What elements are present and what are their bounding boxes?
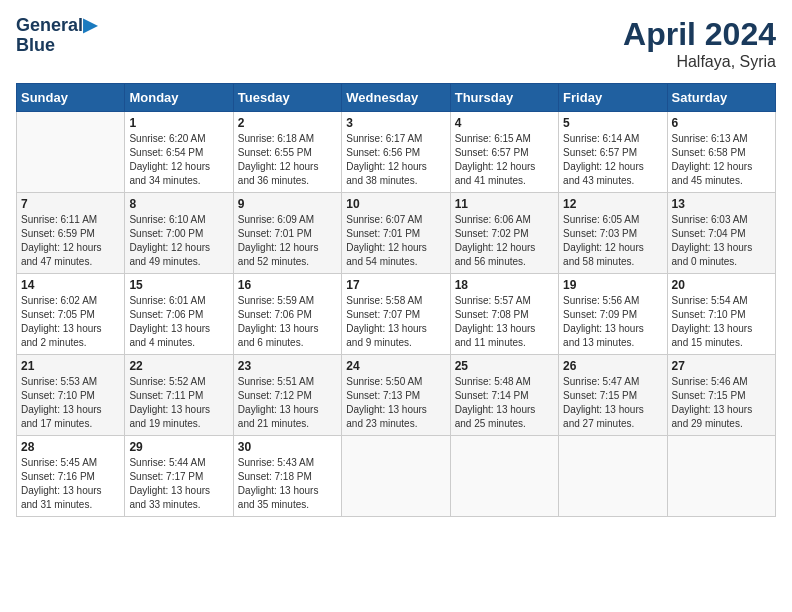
day-detail: Sunrise: 6:14 AM Sunset: 6:57 PM Dayligh… [563, 132, 662, 188]
calendar-cell: 17Sunrise: 5:58 AM Sunset: 7:07 PM Dayli… [342, 274, 450, 355]
calendar-cell: 16Sunrise: 5:59 AM Sunset: 7:06 PM Dayli… [233, 274, 341, 355]
page-header: General▶Blue April 2024 Halfaya, Syria [16, 16, 776, 71]
calendar-cell: 19Sunrise: 5:56 AM Sunset: 7:09 PM Dayli… [559, 274, 667, 355]
calendar-title: April 2024 [623, 16, 776, 53]
day-number: 25 [455, 359, 554, 373]
day-detail: Sunrise: 5:53 AM Sunset: 7:10 PM Dayligh… [21, 375, 120, 431]
day-detail: Sunrise: 6:13 AM Sunset: 6:58 PM Dayligh… [672, 132, 771, 188]
calendar-cell: 13Sunrise: 6:03 AM Sunset: 7:04 PM Dayli… [667, 193, 775, 274]
day-detail: Sunrise: 6:07 AM Sunset: 7:01 PM Dayligh… [346, 213, 445, 269]
calendar-week-row: 7Sunrise: 6:11 AM Sunset: 6:59 PM Daylig… [17, 193, 776, 274]
day-detail: Sunrise: 6:11 AM Sunset: 6:59 PM Dayligh… [21, 213, 120, 269]
day-detail: Sunrise: 5:51 AM Sunset: 7:12 PM Dayligh… [238, 375, 337, 431]
day-detail: Sunrise: 6:06 AM Sunset: 7:02 PM Dayligh… [455, 213, 554, 269]
day-detail: Sunrise: 5:58 AM Sunset: 7:07 PM Dayligh… [346, 294, 445, 350]
day-detail: Sunrise: 6:15 AM Sunset: 6:57 PM Dayligh… [455, 132, 554, 188]
calendar-week-row: 14Sunrise: 6:02 AM Sunset: 7:05 PM Dayli… [17, 274, 776, 355]
day-number: 9 [238, 197, 337, 211]
calendar-cell: 24Sunrise: 5:50 AM Sunset: 7:13 PM Dayli… [342, 355, 450, 436]
day-number: 12 [563, 197, 662, 211]
day-detail: Sunrise: 6:05 AM Sunset: 7:03 PM Dayligh… [563, 213, 662, 269]
calendar-cell: 14Sunrise: 6:02 AM Sunset: 7:05 PM Dayli… [17, 274, 125, 355]
calendar-cell: 11Sunrise: 6:06 AM Sunset: 7:02 PM Dayli… [450, 193, 558, 274]
day-header: Friday [559, 84, 667, 112]
day-number: 5 [563, 116, 662, 130]
day-detail: Sunrise: 6:10 AM Sunset: 7:00 PM Dayligh… [129, 213, 228, 269]
day-detail: Sunrise: 5:57 AM Sunset: 7:08 PM Dayligh… [455, 294, 554, 350]
day-number: 15 [129, 278, 228, 292]
day-detail: Sunrise: 6:09 AM Sunset: 7:01 PM Dayligh… [238, 213, 337, 269]
calendar-cell: 9Sunrise: 6:09 AM Sunset: 7:01 PM Daylig… [233, 193, 341, 274]
logo: General▶Blue [16, 16, 97, 56]
calendar-header-row: SundayMondayTuesdayWednesdayThursdayFrid… [17, 84, 776, 112]
calendar-cell: 28Sunrise: 5:45 AM Sunset: 7:16 PM Dayli… [17, 436, 125, 517]
day-number: 10 [346, 197, 445, 211]
calendar-week-row: 21Sunrise: 5:53 AM Sunset: 7:10 PM Dayli… [17, 355, 776, 436]
day-detail: Sunrise: 6:18 AM Sunset: 6:55 PM Dayligh… [238, 132, 337, 188]
day-detail: Sunrise: 5:45 AM Sunset: 7:16 PM Dayligh… [21, 456, 120, 512]
calendar-cell: 5Sunrise: 6:14 AM Sunset: 6:57 PM Daylig… [559, 112, 667, 193]
title-block: April 2024 Halfaya, Syria [623, 16, 776, 71]
calendar-cell: 30Sunrise: 5:43 AM Sunset: 7:18 PM Dayli… [233, 436, 341, 517]
calendar-cell: 23Sunrise: 5:51 AM Sunset: 7:12 PM Dayli… [233, 355, 341, 436]
calendar-cell: 4Sunrise: 6:15 AM Sunset: 6:57 PM Daylig… [450, 112, 558, 193]
day-number: 24 [346, 359, 445, 373]
calendar-cell: 29Sunrise: 5:44 AM Sunset: 7:17 PM Dayli… [125, 436, 233, 517]
calendar-cell: 25Sunrise: 5:48 AM Sunset: 7:14 PM Dayli… [450, 355, 558, 436]
calendar-cell: 18Sunrise: 5:57 AM Sunset: 7:08 PM Dayli… [450, 274, 558, 355]
day-detail: Sunrise: 5:48 AM Sunset: 7:14 PM Dayligh… [455, 375, 554, 431]
day-number: 1 [129, 116, 228, 130]
day-number: 8 [129, 197, 228, 211]
day-number: 11 [455, 197, 554, 211]
calendar-cell: 12Sunrise: 6:05 AM Sunset: 7:03 PM Dayli… [559, 193, 667, 274]
calendar-cell: 6Sunrise: 6:13 AM Sunset: 6:58 PM Daylig… [667, 112, 775, 193]
calendar-cell: 21Sunrise: 5:53 AM Sunset: 7:10 PM Dayli… [17, 355, 125, 436]
day-header: Thursday [450, 84, 558, 112]
day-detail: Sunrise: 5:43 AM Sunset: 7:18 PM Dayligh… [238, 456, 337, 512]
day-number: 23 [238, 359, 337, 373]
day-header: Monday [125, 84, 233, 112]
calendar-subtitle: Halfaya, Syria [623, 53, 776, 71]
calendar-body: 1Sunrise: 6:20 AM Sunset: 6:54 PM Daylig… [17, 112, 776, 517]
day-detail: Sunrise: 5:54 AM Sunset: 7:10 PM Dayligh… [672, 294, 771, 350]
day-number: 6 [672, 116, 771, 130]
day-detail: Sunrise: 6:17 AM Sunset: 6:56 PM Dayligh… [346, 132, 445, 188]
day-detail: Sunrise: 5:50 AM Sunset: 7:13 PM Dayligh… [346, 375, 445, 431]
calendar-cell: 3Sunrise: 6:17 AM Sunset: 6:56 PM Daylig… [342, 112, 450, 193]
day-detail: Sunrise: 5:46 AM Sunset: 7:15 PM Dayligh… [672, 375, 771, 431]
day-header: Tuesday [233, 84, 341, 112]
calendar-cell [17, 112, 125, 193]
day-number: 30 [238, 440, 337, 454]
calendar-cell [342, 436, 450, 517]
day-number: 19 [563, 278, 662, 292]
calendar-cell: 2Sunrise: 6:18 AM Sunset: 6:55 PM Daylig… [233, 112, 341, 193]
day-number: 26 [563, 359, 662, 373]
day-detail: Sunrise: 6:02 AM Sunset: 7:05 PM Dayligh… [21, 294, 120, 350]
day-header: Sunday [17, 84, 125, 112]
calendar-cell: 7Sunrise: 6:11 AM Sunset: 6:59 PM Daylig… [17, 193, 125, 274]
day-detail: Sunrise: 5:59 AM Sunset: 7:06 PM Dayligh… [238, 294, 337, 350]
day-detail: Sunrise: 5:44 AM Sunset: 7:17 PM Dayligh… [129, 456, 228, 512]
day-number: 29 [129, 440, 228, 454]
day-number: 21 [21, 359, 120, 373]
day-number: 3 [346, 116, 445, 130]
calendar-cell: 8Sunrise: 6:10 AM Sunset: 7:00 PM Daylig… [125, 193, 233, 274]
calendar-cell [559, 436, 667, 517]
day-number: 17 [346, 278, 445, 292]
day-header: Wednesday [342, 84, 450, 112]
calendar-cell [667, 436, 775, 517]
day-detail: Sunrise: 5:52 AM Sunset: 7:11 PM Dayligh… [129, 375, 228, 431]
day-detail: Sunrise: 6:01 AM Sunset: 7:06 PM Dayligh… [129, 294, 228, 350]
calendar-cell: 1Sunrise: 6:20 AM Sunset: 6:54 PM Daylig… [125, 112, 233, 193]
day-number: 18 [455, 278, 554, 292]
day-detail: Sunrise: 5:56 AM Sunset: 7:09 PM Dayligh… [563, 294, 662, 350]
day-number: 14 [21, 278, 120, 292]
day-number: 27 [672, 359, 771, 373]
calendar-cell [450, 436, 558, 517]
day-number: 13 [672, 197, 771, 211]
day-number: 22 [129, 359, 228, 373]
calendar-cell: 15Sunrise: 6:01 AM Sunset: 7:06 PM Dayli… [125, 274, 233, 355]
calendar-cell: 27Sunrise: 5:46 AM Sunset: 7:15 PM Dayli… [667, 355, 775, 436]
day-number: 7 [21, 197, 120, 211]
day-detail: Sunrise: 6:20 AM Sunset: 6:54 PM Dayligh… [129, 132, 228, 188]
